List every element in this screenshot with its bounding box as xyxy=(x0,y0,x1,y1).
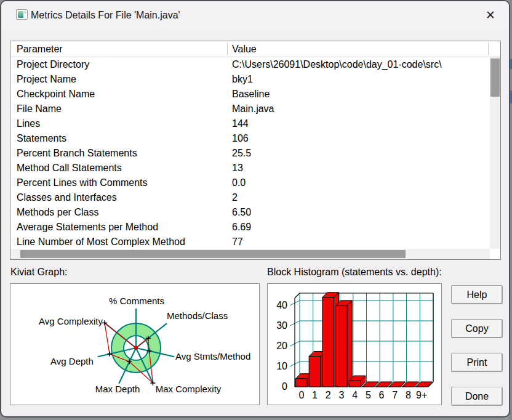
table-row[interactable]: Percent Branch Statements25.5 xyxy=(10,146,490,161)
horizontal-scrollbar-thumb[interactable] xyxy=(20,250,406,258)
table-row[interactable]: Project DirectoryC:\Users\26091\Desktop\… xyxy=(10,57,490,72)
kiviat-axis-label: Methods/Class xyxy=(167,310,228,321)
row-value: 2 xyxy=(232,190,489,205)
column-divider[interactable] xyxy=(488,42,489,55)
row-parameter: Classes and Interfaces xyxy=(17,190,117,205)
table-row[interactable]: Method Call Statements13 xyxy=(10,161,490,176)
row-value: 13 xyxy=(232,161,489,176)
table-row[interactable]: Line Number of Most Complex Method77 xyxy=(10,235,490,249)
hist-y-label: 30 xyxy=(276,320,287,331)
copy-button[interactable]: Copy xyxy=(451,319,503,338)
table-row[interactable]: Methods per Class6.50 xyxy=(10,205,490,220)
row-value: Main.java xyxy=(232,102,489,116)
hist-x-label: 6 xyxy=(379,390,385,400)
table-row[interactable]: Classes and Interfaces2 xyxy=(10,190,490,205)
column-header-value[interactable]: Value xyxy=(232,41,257,57)
done-button[interactable]: Done xyxy=(451,387,503,406)
histogram-bar xyxy=(322,297,334,387)
row-parameter: Methods per Class xyxy=(17,205,98,220)
row-value: 144 xyxy=(232,116,489,131)
column-header-parameter[interactable]: Parameter xyxy=(17,41,63,57)
histogram-chart-svg: 0102030400123456789+ xyxy=(268,284,441,405)
table-rows: Project DirectoryC:\Users\26091\Desktop\… xyxy=(10,57,490,249)
row-parameter: Line Number of Most Complex Method xyxy=(17,235,185,249)
kiviat-axis-label: Avg Complexity xyxy=(39,316,103,326)
histogram-bar xyxy=(336,305,348,387)
hist-x-label: 3 xyxy=(338,390,344,400)
hist-x-label: 1 xyxy=(312,390,318,400)
column-divider[interactable] xyxy=(227,42,228,55)
row-value: 106 xyxy=(232,131,489,146)
row-parameter: Lines xyxy=(17,116,40,131)
vertical-scrollbar-thumb[interactable] xyxy=(490,59,500,97)
window-title: Metrics Details For File 'Main.java' xyxy=(31,1,180,30)
app-icon xyxy=(16,9,28,20)
metrics-table: Parameter Value Project DirectoryC:\User… xyxy=(10,41,501,260)
row-value: Baseline xyxy=(232,87,489,102)
kiviat-graph-label: Kiviat Graph: xyxy=(10,267,67,278)
kiviat-chart-svg: % CommentsMethods/ClassAvg Stmts/MethodM… xyxy=(10,284,259,405)
table-row[interactable]: Lines144 xyxy=(10,116,490,131)
histogram-label: Block Histogram (statements vs. depth): xyxy=(267,267,442,278)
histogram-panel: 0102030400123456789+ xyxy=(267,283,442,405)
row-parameter: Method Call Statements xyxy=(17,161,122,176)
row-value: 6.69 xyxy=(232,220,489,235)
table-row[interactable]: Checkpoint NameBaseline xyxy=(10,87,490,102)
app-icon-glyph-detail xyxy=(24,11,26,14)
hist-x-label: 7 xyxy=(392,390,398,400)
table-row[interactable]: Statements106 xyxy=(10,131,490,146)
histogram-bar-side xyxy=(347,301,352,387)
row-parameter: Average Statements per Method xyxy=(17,220,158,235)
row-value: 25.5 xyxy=(232,146,489,161)
hist-x-label: 0 xyxy=(298,390,304,400)
histogram-bar xyxy=(309,357,321,387)
row-value: 77 xyxy=(232,235,489,249)
row-parameter: Project Directory xyxy=(17,57,89,72)
table-row[interactable]: Project Namebky1 xyxy=(10,72,490,87)
hist-y-label: 10 xyxy=(276,361,287,371)
table-header: Parameter Value xyxy=(10,41,500,57)
row-parameter: Project Name xyxy=(17,72,76,87)
hist-x-label: 5 xyxy=(366,390,371,400)
histogram-bar xyxy=(296,379,308,387)
row-parameter: Percent Lines with Comments xyxy=(17,176,148,190)
row-parameter: Statements xyxy=(17,131,66,146)
row-parameter: Percent Branch Statements xyxy=(17,146,137,161)
row-value: 6.50 xyxy=(232,205,489,220)
hist-x-label: 8 xyxy=(406,390,411,400)
kiviat-axis-label: Avg Stmts/Method xyxy=(175,351,250,361)
kiviat-graph-panel: % CommentsMethods/ClassAvg Stmts/MethodM… xyxy=(10,283,260,405)
table-row[interactable]: Average Statements per Method6.69 xyxy=(10,220,490,235)
hist-x-label: 9+ xyxy=(416,390,427,400)
row-value: bky1 xyxy=(232,72,489,87)
kiviat-axis-label: Max Depth xyxy=(95,384,140,394)
row-parameter: File Name xyxy=(17,102,62,116)
kiviat-axis-label: % Comments xyxy=(109,296,164,306)
hist-y-label: 0 xyxy=(282,381,287,392)
table-row[interactable]: File NameMain.java xyxy=(10,102,490,116)
table-row[interactable]: Percent Lines with Comments0.0 xyxy=(10,176,490,190)
metrics-details-dialog: Metrics Details For File 'Main.java' ✕ P… xyxy=(0,0,510,418)
kiviat-axis-label: Avg Depth xyxy=(50,356,94,366)
row-value: C:\Users\26091\Desktop\code\day_01-code\… xyxy=(232,57,489,72)
kiviat-center-point xyxy=(134,346,138,350)
hist-y-label: 40 xyxy=(276,300,287,310)
print-button[interactable]: Print xyxy=(451,353,503,372)
chart-frame xyxy=(295,293,300,298)
histogram-bar xyxy=(349,381,361,387)
row-parameter: Checkpoint Name xyxy=(17,87,95,102)
hist-y-label: 20 xyxy=(276,341,287,351)
help-button[interactable]: Help xyxy=(451,285,503,304)
close-icon[interactable]: ✕ xyxy=(481,6,500,25)
app-icon-glyph xyxy=(18,11,23,18)
hist-x-label: 4 xyxy=(352,390,358,400)
kiviat-axis-label: Max Complexity xyxy=(156,384,222,394)
vertical-scrollbar[interactable] xyxy=(490,57,500,249)
horizontal-scrollbar[interactable] xyxy=(10,249,490,259)
row-value: 0.0 xyxy=(232,176,489,190)
title-bar: Metrics Details For File 'Main.java' ✕ xyxy=(1,1,509,30)
hist-x-label: 2 xyxy=(326,390,331,400)
